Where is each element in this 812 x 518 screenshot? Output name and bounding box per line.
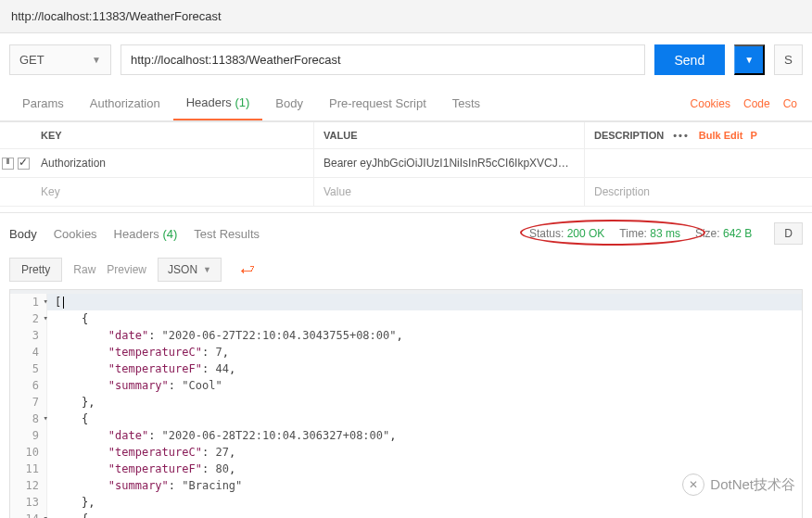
- code-line[interactable]: 1▾[: [10, 294, 802, 310]
- chevron-down-icon: ▼: [203, 265, 211, 274]
- status-value: 200 OK: [567, 227, 605, 240]
- tab-body[interactable]: Body: [262, 87, 316, 120]
- col-description: DESCRIPTION ••• Bulk Edit P: [585, 122, 812, 148]
- request-url-display: http://localhost:11383/WeatherForecast: [0, 0, 812, 33]
- view-preview-button[interactable]: Preview: [107, 263, 146, 276]
- tab-params[interactable]: Params: [9, 87, 77, 120]
- bulk-edit-link[interactable]: Bulk Edit: [699, 130, 751, 141]
- more-icon[interactable]: •••: [664, 130, 699, 141]
- response-bar: Body Cookies Headers (4) Test Results St…: [0, 212, 812, 250]
- code-line[interactable]: 2▾ {: [10, 310, 802, 327]
- send-dropdown-button[interactable]: ▼: [734, 44, 765, 75]
- chevron-down-icon: ▼: [92, 55, 101, 65]
- col-value: VALUE: [314, 122, 585, 148]
- code-line[interactable]: 10 "temperatureC": 27,: [10, 444, 802, 461]
- header-value-input[interactable]: Value: [314, 178, 585, 206]
- header-value-cell[interactable]: Bearer eyJhbGciOiJIUzI1NiIsInR5cCI6IkpXV…: [314, 149, 585, 177]
- response-format-select[interactable]: JSON ▼: [158, 258, 222, 282]
- code-line[interactable]: 4 "temperatureC": 7,: [10, 344, 802, 360]
- request-tabs: Params Authorization Headers (1) Body Pr…: [0, 86, 812, 121]
- http-method-select[interactable]: GET ▼: [9, 44, 111, 75]
- resp-tab-body[interactable]: Body: [9, 227, 37, 241]
- header-desc-cell[interactable]: [585, 149, 812, 177]
- response-view-row: Pretty Raw Preview JSON ▼ ⮐: [0, 250, 812, 289]
- code-line[interactable]: 11 "temperatureF": 80,: [10, 461, 802, 477]
- fold-icon[interactable]: ▾: [44, 412, 48, 425]
- headers-table: KEY VALUE DESCRIPTION ••• Bulk Edit P Au…: [0, 121, 812, 207]
- tab-headers[interactable]: Headers (1): [173, 86, 263, 120]
- time-value: 83 ms: [650, 227, 680, 240]
- request-url-input[interactable]: [121, 44, 645, 75]
- save-button[interactable]: S: [774, 44, 803, 75]
- code-line[interactable]: 13 },: [10, 494, 802, 511]
- tabs-right-links: Cookies Code Co: [691, 97, 803, 110]
- view-raw-button[interactable]: Raw: [73, 263, 95, 276]
- resp-tab-headers[interactable]: Headers (4): [114, 227, 178, 241]
- download-button[interactable]: D: [774, 222, 803, 245]
- size-value: 642 B: [723, 227, 752, 240]
- code-line[interactable]: 9 "date": "2020-06-28T22:10:04.306327+08…: [10, 427, 802, 444]
- response-meta: Status: 200 OK Time: 83 ms Size: 642 B: [529, 227, 761, 240]
- fold-icon[interactable]: ▾: [44, 512, 48, 518]
- fold-icon[interactable]: ▾: [44, 296, 48, 309]
- tab-authorization[interactable]: Authorization: [77, 87, 173, 120]
- code-line[interactable]: 7 },: [10, 394, 802, 411]
- response-body-editor[interactable]: 1▾[2▾ {3 "date": "2020-06-27T22:10:04.30…: [9, 289, 803, 518]
- tab-tests[interactable]: Tests: [439, 87, 493, 120]
- view-pretty-button[interactable]: Pretty: [9, 258, 62, 282]
- header-key-cell[interactable]: Authorization: [32, 149, 314, 177]
- send-button[interactable]: Send: [654, 44, 726, 75]
- comments-link[interactable]: Co: [783, 97, 797, 110]
- row-checkbox[interactable]: [18, 158, 30, 170]
- fold-icon[interactable]: ▾: [44, 312, 48, 325]
- http-method-label: GET: [19, 53, 44, 67]
- code-line[interactable]: 3 "date": "2020-06-27T22:10:04.3043755+0…: [10, 327, 802, 344]
- code-link[interactable]: Code: [743, 97, 770, 110]
- presets-link[interactable]: P: [750, 130, 756, 141]
- code-line[interactable]: 8▾ {: [10, 411, 802, 427]
- resp-tab-cookies[interactable]: Cookies: [54, 227, 97, 241]
- code-line[interactable]: 6 "summary": "Cool": [10, 377, 802, 394]
- table-row[interactable]: Authorization Bearer eyJhbGciOiJIUzI1NiI…: [0, 149, 812, 178]
- drag-handle-icon[interactable]: [2, 158, 14, 170]
- resp-tab-tests[interactable]: Test Results: [194, 227, 260, 241]
- table-row-new[interactable]: Key Value Description: [0, 178, 812, 207]
- tab-prerequest[interactable]: Pre-request Script: [316, 87, 439, 120]
- code-line[interactable]: 12 "summary": "Bracing": [10, 477, 802, 494]
- header-desc-input[interactable]: Description: [585, 178, 812, 206]
- code-line[interactable]: 5 "temperatureF": 44,: [10, 360, 802, 377]
- wrap-lines-icon[interactable]: ⮐: [233, 258, 262, 282]
- code-line[interactable]: 14▾ {: [10, 511, 802, 518]
- header-key-input[interactable]: Key: [32, 178, 314, 206]
- request-builder-row: GET ▼ Send ▼ S: [0, 33, 812, 86]
- cookies-link[interactable]: Cookies: [691, 97, 730, 110]
- col-key: KEY: [32, 122, 314, 148]
- headers-table-head: KEY VALUE DESCRIPTION ••• Bulk Edit P: [0, 122, 812, 149]
